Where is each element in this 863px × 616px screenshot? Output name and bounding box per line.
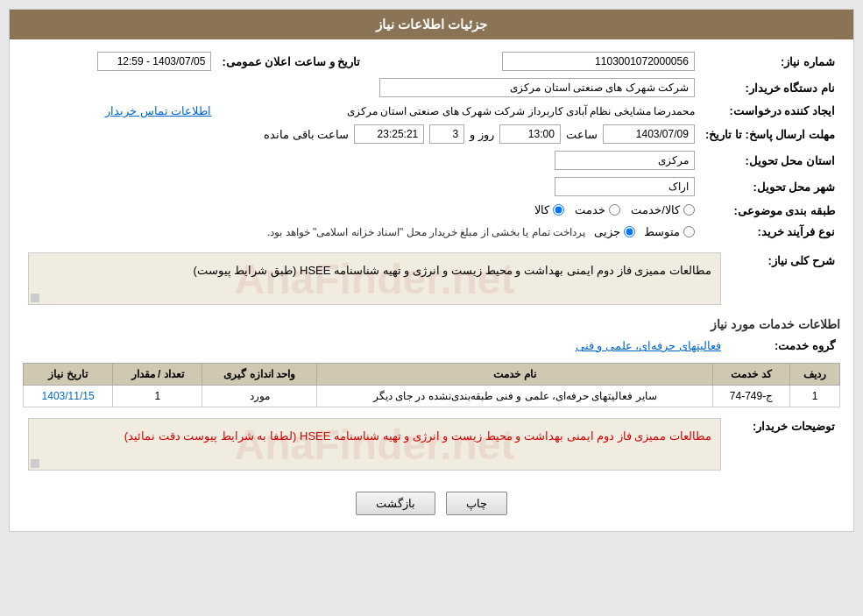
- purchase-option-medium[interactable]: متوسط: [644, 225, 695, 238]
- purchase-radio-partial[interactable]: [624, 226, 635, 237]
- col-header-code: کد خدمت: [713, 364, 790, 386]
- service-group-value[interactable]: فعالیتهای حرفه‌ای، علمی و فنی: [576, 339, 721, 352]
- col-header-count: تعداد / مقدار: [113, 364, 202, 386]
- need-number-input: [502, 52, 695, 71]
- category-radio-khedmat[interactable]: [609, 204, 620, 216]
- requester-label: ایجاد کننده درخواست:: [700, 101, 840, 121]
- announce-date-input: [97, 52, 211, 71]
- page-title: جزئیات اطلاعات نیاز: [10, 10, 853, 39]
- reply-time-label: ساعت: [566, 128, 598, 141]
- buyer-org-input: [379, 78, 695, 97]
- cell-code: ج-749-74: [713, 386, 790, 407]
- category-label: طبقه بندی موضوعی:: [700, 200, 840, 222]
- need-desc-value: مطالعات ممیزی فاز دوم ایمنی بهداشت و محی…: [38, 260, 711, 280]
- buyer-notes-label: توضیحات خریدار:: [726, 414, 840, 474]
- print-button[interactable]: چاپ: [446, 492, 507, 515]
- cell-name: سایر فعالیتهای حرفه‌ای، علمی و فنی طبقه‌…: [317, 386, 713, 407]
- reply-date-input: [603, 124, 695, 144]
- resize-handle2[interactable]: [31, 459, 39, 468]
- need-desc-label: شرح کلی نیاز:: [726, 249, 840, 308]
- reply-time-input: [499, 124, 561, 144]
- announce-date-label: تاریخ و ساعت اعلان عمومی:: [216, 48, 365, 74]
- contact-link[interactable]: اطلاعات تماس خریدار: [105, 104, 211, 117]
- col-header-row: ردیف: [790, 364, 840, 386]
- purchase-radio-medium[interactable]: [683, 226, 695, 237]
- cell-count: 1: [113, 386, 202, 407]
- reply-days-label: روز و: [470, 128, 494, 141]
- reply-days-input: [429, 124, 464, 144]
- requester-value: محمدرضا مشایخی نظام آبادی کاربرداز شرکت …: [347, 105, 695, 117]
- reply-remaining-input: [354, 124, 424, 144]
- cell-row: 1: [790, 386, 840, 407]
- need-number-label: شماره نیاز:: [700, 48, 840, 74]
- reply-remaining-label: ساعت باقی مانده: [264, 128, 349, 141]
- purchase-type-label: نوع فرآیند خرید:: [700, 222, 840, 242]
- service-group-label: گروه خدمت:: [726, 336, 840, 356]
- buyer-notes-area: AnaFinder.net مطالعات ممیزی فاز دوم ایمن…: [28, 418, 721, 471]
- services-title: اطلاعات خدمات مورد نیاز: [23, 317, 840, 331]
- city-input: [555, 177, 695, 196]
- services-table: ردیف کد خدمت نام خدمت واحد اندازه گیری ت…: [23, 363, 840, 407]
- reply-deadline-label: مهلت ارسال پاسخ: تا تاریخ:: [700, 121, 840, 147]
- need-desc-area: AnaFinder.net مطالعات ممیزی فاز دوم ایمن…: [28, 252, 721, 305]
- buyer-org-label: نام دستگاه خریدار:: [700, 74, 840, 101]
- purchase-option-partial[interactable]: جزیی: [594, 225, 635, 238]
- resize-handle[interactable]: [31, 294, 39, 302]
- category-option-khedmat[interactable]: خدمت: [575, 203, 620, 216]
- category-radio-kala[interactable]: [553, 204, 564, 216]
- category-option-kala[interactable]: کالا: [534, 203, 564, 216]
- button-group: چاپ بازگشت: [23, 481, 840, 522]
- category-radio-kala-khedmat[interactable]: [683, 204, 695, 216]
- cell-unit: مورد: [202, 386, 317, 407]
- col-header-unit: واحد اندازه گیری: [202, 364, 317, 386]
- category-radio-group: کالا/خدمت خدمت کالا: [534, 203, 695, 216]
- table-row: 1ج-749-74سایر فعالیتهای حرفه‌ای، علمی و …: [24, 386, 840, 407]
- city-label: شهر محل تحویل:: [700, 173, 840, 200]
- buyer-notes-value: مطالعات ممیزی فاز دوم ایمنی بهداشت و محی…: [38, 426, 711, 446]
- back-button[interactable]: بازگشت: [356, 492, 435, 515]
- col-header-date: تاریخ نیاز: [24, 364, 113, 386]
- province-label: استان محل تحویل:: [700, 147, 840, 173]
- province-input: [555, 151, 695, 170]
- category-option-kala-khedmat[interactable]: کالا/خدمت: [631, 203, 695, 216]
- purchase-note: پرداخت تمام یا بخشی از مبلغ خریدار محل "…: [267, 226, 585, 238]
- col-header-name: نام خدمت: [317, 364, 713, 386]
- cell-date: 1403/11/15: [24, 386, 113, 407]
